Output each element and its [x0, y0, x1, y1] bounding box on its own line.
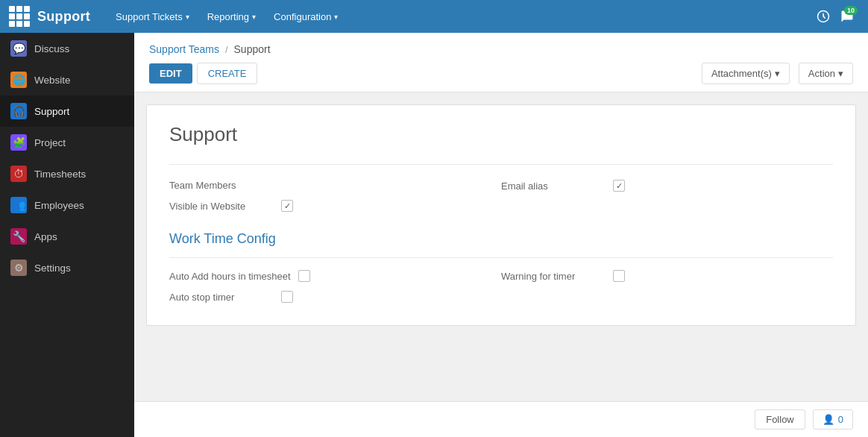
content-area: Support Teams / Support EDIT CREATE Atta… [134, 33, 868, 437]
sidebar-label-project: Project [34, 137, 66, 148]
sidebar-item-support[interactable]: 🎧 Support [0, 95, 134, 127]
followers-button[interactable]: 👤 0 [813, 409, 853, 430]
caret-icon: ▾ [252, 13, 256, 21]
sidebar-item-settings[interactable]: ⚙ Settings [0, 252, 134, 283]
field-auto-add-hours: Auto Add hours in timesheet [169, 265, 501, 286]
auto-add-hours-checkbox[interactable] [298, 270, 310, 282]
breadcrumb-current: Support [234, 43, 271, 55]
apps-grid-icon[interactable] [9, 6, 30, 27]
caret-icon: ▾ [334, 13, 338, 21]
breadcrumb-parent[interactable]: Support Teams [149, 43, 219, 55]
action-bar: EDIT CREATE Attachment(s) ▾ Action ▾ [149, 63, 853, 84]
visible-website-checkbox[interactable]: ✓ [281, 200, 293, 212]
email-alias-checkbox[interactable]: ✓ [613, 180, 625, 192]
nav-items: Support Tickets ▾ Reporting ▾ Configurat… [108, 7, 345, 27]
sidebar-label-website: Website [34, 75, 71, 86]
message-badge: 10 [844, 6, 858, 15]
brand-title: Support [37, 9, 90, 25]
caret-icon: ▾ [186, 13, 189, 21]
team-members-label: Team Members [169, 180, 274, 191]
project-icon: 🧩 [10, 134, 27, 151]
apps-icon: 🔧 [10, 228, 27, 245]
edit-button[interactable]: EDIT [149, 63, 192, 84]
followers-count: 0 [838, 414, 843, 425]
caret-down-icon: ▾ [838, 68, 843, 79]
employees-icon: 👥 [10, 197, 27, 213]
sidebar-label-settings: Settings [34, 262, 71, 274]
sidebar-label-timesheets: Timesheets [34, 169, 86, 180]
section-left: Auto Add hours in timesheet Auto stop ti… [169, 265, 501, 307]
main-layout: 💬 Discuss 🌐 Website 🎧 Support 🧩 Project … [0, 33, 868, 437]
sidebar: 💬 Discuss 🌐 Website 🎧 Support 🧩 Project … [0, 33, 134, 437]
footer: Follow 👤 0 [134, 401, 868, 437]
discuss-icon: 💬 [10, 40, 27, 57]
form-title: Support [169, 123, 833, 146]
attachments-button[interactable]: Attachment(s) ▾ [702, 63, 790, 84]
warning-timer-label: Warning for timer [501, 271, 606, 282]
breadcrumb-separator: / [225, 44, 228, 55]
sidebar-label-apps: Apps [34, 231, 57, 242]
auto-stop-timer-label: Auto stop timer [169, 292, 274, 303]
support-icon: 🎧 [10, 103, 27, 119]
section-title: Work Time Config [169, 231, 833, 247]
sidebar-label-support: Support [34, 106, 69, 117]
warning-timer-checkbox[interactable] [613, 270, 625, 282]
email-alias-label: Email alias [501, 180, 606, 192]
auto-stop-timer-checkbox[interactable] [281, 291, 293, 303]
auto-add-hours-label: Auto Add hours in timesheet [169, 271, 291, 282]
breadcrumb: Support Teams / Support [149, 43, 853, 55]
follower-icon: 👤 [823, 414, 834, 425]
form-area: Support Team Members Visible in Website … [146, 104, 856, 326]
sidebar-item-project[interactable]: 🧩 Project [0, 127, 134, 158]
messages-icon-button[interactable]: 10 [835, 4, 859, 28]
settings-icon: ⚙ [10, 260, 27, 276]
field-team-members: Team Members [169, 175, 501, 195]
form-fields: Team Members Visible in Website ✓ Email … [169, 164, 833, 216]
section-right: Warning for timer [501, 265, 833, 307]
sidebar-item-apps[interactable]: 🔧 Apps [0, 221, 134, 252]
field-warning-timer: Warning for timer [501, 265, 833, 286]
action-button[interactable]: Action ▾ [799, 63, 853, 84]
nav-reporting[interactable]: Reporting ▾ [200, 7, 263, 27]
sidebar-label-discuss: Discuss [34, 43, 69, 54]
sidebar-label-employees: Employees [34, 200, 84, 211]
top-nav: Support Support Tickets ▾ Reporting ▾ Co… [0, 0, 868, 33]
nav-support-tickets[interactable]: Support Tickets ▾ [108, 7, 197, 27]
field-visible-website: Visible in Website ✓ [169, 195, 501, 216]
nav-configuration[interactable]: Configuration ▾ [266, 7, 345, 27]
timesheets-icon: ⏱ [10, 166, 27, 182]
field-email-alias: Email alias ✓ [501, 175, 833, 196]
form-left-col: Team Members Visible in Website ✓ [169, 175, 501, 216]
follow-button[interactable]: Follow [755, 409, 805, 430]
sidebar-item-employees[interactable]: 👥 Employees [0, 189, 134, 221]
website-icon: 🌐 [10, 72, 27, 88]
section-fields: Auto Add hours in timesheet Auto stop ti… [169, 257, 833, 307]
create-button[interactable]: CREATE [197, 63, 258, 84]
breadcrumb-bar: Support Teams / Support EDIT CREATE Atta… [134, 33, 868, 92]
sidebar-item-timesheets[interactable]: ⏱ Timesheets [0, 158, 134, 189]
work-time-section: Work Time Config Auto Add hours in times… [169, 231, 833, 307]
visible-website-label: Visible in Website [169, 201, 274, 212]
form-right-col: Email alias ✓ [501, 175, 833, 216]
clock-icon-button[interactable] [811, 4, 835, 28]
sidebar-item-website[interactable]: 🌐 Website [0, 64, 134, 95]
field-auto-stop-timer: Auto stop timer [169, 286, 501, 307]
section-grid: Auto Add hours in timesheet Auto stop ti… [169, 265, 833, 307]
caret-down-icon: ▾ [775, 68, 780, 79]
sidebar-item-discuss[interactable]: 💬 Discuss [0, 33, 134, 64]
